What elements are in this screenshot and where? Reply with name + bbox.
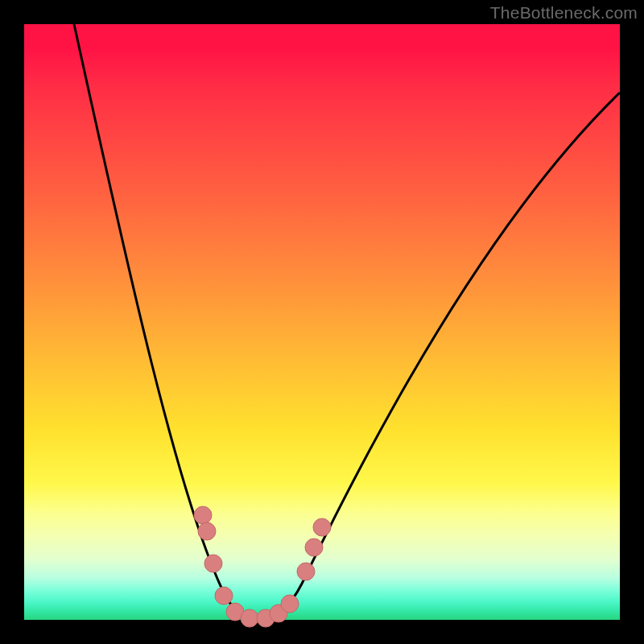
watermark-text: TheBottleneck.com [490, 3, 638, 23]
data-marker [241, 609, 258, 627]
chart-frame: TheBottleneck.com [0, 0, 644, 644]
marker-group [194, 506, 331, 627]
data-marker [305, 539, 323, 556]
data-marker [215, 587, 233, 605]
chart-svg [24, 24, 620, 620]
plot-area [24, 24, 620, 620]
data-marker [297, 563, 315, 580]
bottleneck-curve [74, 24, 620, 619]
data-marker [313, 518, 331, 536]
data-marker [194, 506, 212, 524]
data-marker [204, 555, 222, 572]
data-marker [281, 595, 299, 613]
data-marker [198, 522, 216, 540]
